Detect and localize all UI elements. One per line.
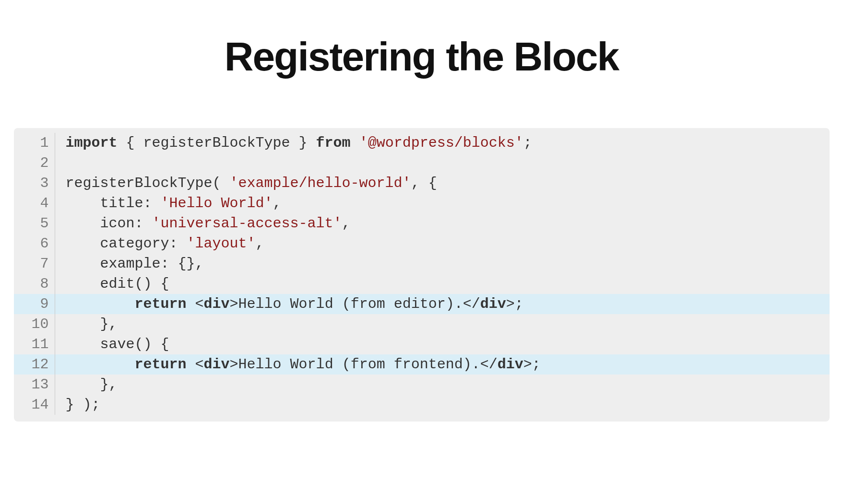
code-line: 13 }, [14,375,830,395]
line-number: 13 [14,375,55,395]
line-number: 7 [14,254,55,274]
line-number: 11 [14,334,55,354]
line-number: 12 [14,354,55,375]
code-content: category: 'layout', [55,234,830,254]
code-content: import { registerBlockType } from '@word… [55,133,830,153]
code-line: 6 category: 'layout', [14,234,830,254]
code-content [55,153,830,173]
code-content: }, [55,314,830,334]
line-number: 6 [14,234,55,254]
code-content: save() { [55,334,830,354]
code-content: return <div>Hello World (from frontend).… [55,354,830,375]
code-content: registerBlockType( 'example/hello-world'… [55,173,830,193]
code-line: 12 return <div>Hello World (from fronten… [14,354,830,375]
slide-title: Registering the Block [225,34,619,80]
code-content: return <div>Hello World (from editor).</… [55,294,830,314]
slide: Registering the Block 1import { register… [0,0,843,504]
code-content: } ); [55,395,830,415]
line-number: 2 [14,153,55,173]
code-content: example: {}, [55,254,830,274]
code-line: 1import { registerBlockType } from '@wor… [14,133,830,153]
code-line: 9 return <div>Hello World (from editor).… [14,294,830,314]
line-number: 5 [14,213,55,234]
code-line: 14} ); [14,395,830,415]
code-content: icon: 'universal-access-alt', [55,213,830,234]
code-line: 8 edit() { [14,274,830,294]
code-line: 2 [14,153,830,173]
line-number: 10 [14,314,55,334]
code-content: edit() { [55,274,830,294]
code-line: 7 example: {}, [14,254,830,274]
code-line: 11 save() { [14,334,830,354]
line-number: 14 [14,395,55,415]
line-number: 9 [14,294,55,314]
code-block: 1import { registerBlockType } from '@wor… [14,128,830,422]
line-number: 3 [14,173,55,193]
code-line: 10 }, [14,314,830,334]
code-line: 4 title: 'Hello World', [14,193,830,213]
line-number: 8 [14,274,55,294]
code-content: }, [55,375,830,395]
line-number: 4 [14,193,55,213]
code-content: title: 'Hello World', [55,193,830,213]
code-line: 5 icon: 'universal-access-alt', [14,213,830,234]
code-line: 3registerBlockType( 'example/hello-world… [14,173,830,193]
line-number: 1 [14,133,55,153]
